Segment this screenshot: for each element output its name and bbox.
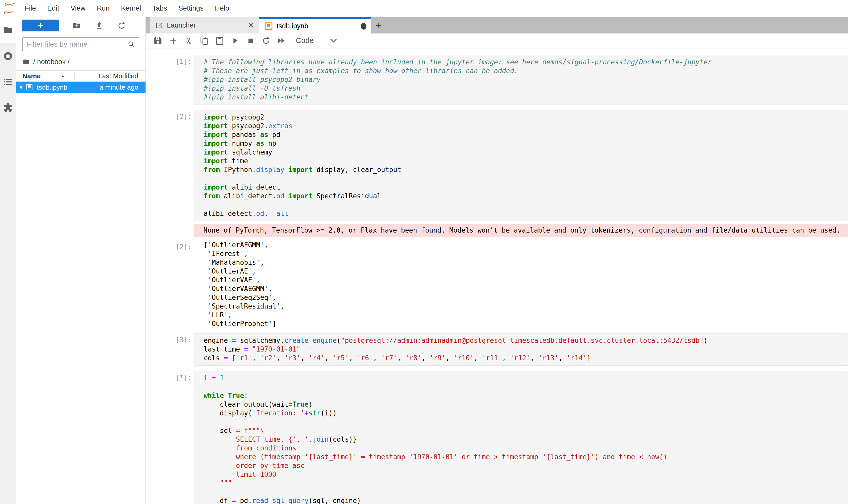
home-folder-icon — [22, 58, 30, 66]
menu-item-tabs[interactable]: Tabs — [147, 4, 173, 12]
unsaved-dot-icon — [20, 86, 22, 89]
save-icon — [153, 36, 163, 46]
main-dock-panel: Launcher ✕ tsdb.ipynb + — [146, 17, 848, 504]
jupyter-logo — [3, 2, 15, 15]
cell-input-editor[interactable]: i = 1 while True: clear_output(wait=True… — [194, 371, 848, 504]
sidebar-item-table-of-contents[interactable] — [0, 69, 16, 95]
breadcrumb[interactable]: / notebook / — [22, 56, 145, 67]
file-name: tsdb.ipynb — [37, 84, 68, 91]
cell-input-editor[interactable]: engine = sqlalchemy.create_engine("postg… — [194, 333, 848, 366]
notebook-cell: [*]:i = 1 while True: clear_output(wait=… — [146, 371, 848, 504]
cell-input-prompt: [*]: — [146, 371, 194, 381]
cell-input-prompt: [2]: — [146, 110, 194, 121]
cell-input-area: [3]:engine = sqlalchemy.create_engine("p… — [146, 333, 848, 366]
cell-input-prompt: [1]: — [146, 55, 194, 66]
new-folder-icon — [72, 21, 82, 30]
notebook-toolbar: + ✂ — [146, 34, 848, 48]
sidebar-item-extensions[interactable] — [0, 95, 16, 121]
refresh-icon — [117, 21, 126, 30]
notebook-cells: [1]:# The following libraries have alrea… — [146, 55, 848, 504]
tab-launcher[interactable]: Launcher ✕ — [150, 17, 259, 34]
file-last-modified: a minute ago — [100, 84, 138, 91]
chevron-down-icon — [330, 38, 337, 43]
cell-type-value: Code — [296, 36, 314, 45]
paste-cells-button[interactable] — [214, 35, 225, 46]
menu-item-settings[interactable]: Settings — [173, 4, 209, 12]
running-sessions-icon — [3, 51, 13, 61]
sort-ascending-icon: ▲ — [61, 73, 65, 78]
close-tab-icon[interactable]: ✕ — [248, 21, 254, 30]
notebook-cell: [2]:import psycopg2import psycopg2.extra… — [146, 110, 848, 328]
sidebar-item-file-browser[interactable] — [0, 17, 16, 43]
column-header-name[interactable]: Name — [22, 72, 41, 80]
sidebar-item-running-sessions[interactable] — [0, 43, 16, 69]
restart-kernel-button[interactable] — [260, 35, 272, 46]
fast-forward-icon — [276, 36, 286, 46]
notebook-cell: [3]:engine = sqlalchemy.create_engine("p… — [146, 333, 848, 366]
file-list-item-selected[interactable]: tsdb.ipynb a minute ago — [16, 82, 145, 93]
column-divider — [74, 72, 75, 80]
stop-icon — [246, 36, 255, 45]
menu-item-view[interactable]: View — [65, 4, 91, 12]
unsaved-changes-dot-icon[interactable] — [361, 23, 366, 30]
tab-bar: Launcher ✕ tsdb.ipynb + — [146, 17, 848, 34]
interrupt-kernel-button[interactable] — [245, 35, 256, 46]
upload-button[interactable] — [94, 21, 104, 30]
cell-input-area: [2]:import psycopg2import psycopg2.extra… — [146, 110, 848, 221]
table-of-contents-icon — [3, 77, 13, 87]
cell-input-editor[interactable]: # The following libraries have already b… — [194, 55, 848, 105]
menubar: FileEditViewRunKernelTabsSettingsHelp — [0, 0, 848, 17]
cut-cells-button[interactable]: ✂ — [183, 35, 194, 46]
cell-output-prompt — [146, 224, 194, 227]
insert-cell-button[interactable]: + — [168, 35, 179, 46]
puzzle-icon — [3, 102, 13, 113]
menu-item-file[interactable]: File — [19, 4, 42, 12]
restart-icon — [261, 36, 271, 45]
tab-label: tsdb.ipynb — [276, 22, 361, 30]
notebook-file-icon — [25, 84, 33, 91]
cell-input-prompt: [3]: — [146, 333, 194, 344]
upload-icon — [94, 21, 104, 30]
launcher-icon — [155, 21, 163, 30]
menu-item-help[interactable]: Help — [209, 4, 235, 12]
cut-icon: ✂ — [184, 37, 194, 44]
run-cell-button[interactable] — [230, 35, 241, 46]
activity-bar — [0, 17, 16, 504]
tab-tsdb-notebook[interactable]: tsdb.ipynb — [259, 17, 371, 34]
cell-output-area: None of PyTorch, TensorFlow >= 2.0, or F… — [146, 224, 848, 237]
cell-output-result: ['OutlierAEGMM', 'IForest', 'Mahalanobis… — [194, 240, 848, 328]
cell-input-area: [*]:i = 1 while True: clear_output(wait=… — [146, 371, 848, 504]
new-folder-button[interactable] — [72, 21, 82, 30]
file-filter — [22, 37, 139, 51]
menu-item-run[interactable]: Run — [91, 4, 115, 12]
menu-items: FileEditViewRunKernelTabsSettingsHelp — [19, 4, 235, 12]
file-filter-input[interactable] — [27, 40, 127, 49]
tab-label: Launcher — [167, 21, 248, 29]
copy-cells-button[interactable] — [199, 35, 210, 46]
file-browser-panel: + — [16, 17, 146, 504]
column-header-last-modified[interactable]: Last Modified — [98, 72, 138, 80]
new-tab-button[interactable]: + — [371, 17, 385, 34]
jupyterlab-window: FileEditViewRunKernelTabsSettingsHelp — [0, 0, 848, 504]
cell-output-area: [2]:['OutlierAEGMM', 'IForest', 'Mahalan… — [146, 240, 848, 328]
file-list-header: Name ▲ Last Modified — [16, 70, 145, 82]
paste-icon — [215, 36, 224, 46]
search-icon — [127, 40, 136, 49]
run-icon — [231, 36, 240, 45]
cell-input-editor[interactable]: import psycopg2import psycopg2.extrasimp… — [194, 110, 848, 221]
menu-item-edit[interactable]: Edit — [42, 4, 65, 12]
notebook-cell: [1]:# The following libraries have alrea… — [146, 55, 848, 105]
folder-icon — [3, 25, 13, 36]
cell-output-prompt: [2]: — [146, 240, 194, 251]
breadcrumb-path: / notebook / — [33, 58, 70, 66]
notebook-icon — [264, 22, 273, 31]
cell-output-stderr: None of PyTorch, TensorFlow >= 2.0, or F… — [194, 224, 848, 237]
cell-type-dropdown[interactable]: Code — [296, 36, 337, 45]
copy-icon — [199, 36, 209, 46]
menu-item-kernel[interactable]: Kernel — [115, 4, 147, 12]
restart-run-all-button[interactable] — [276, 35, 287, 46]
notebook-panel: [1]:# The following libraries have alrea… — [146, 48, 848, 504]
refresh-button[interactable] — [117, 21, 126, 30]
save-button[interactable] — [152, 35, 164, 46]
new-launcher-button[interactable]: + — [22, 20, 59, 32]
